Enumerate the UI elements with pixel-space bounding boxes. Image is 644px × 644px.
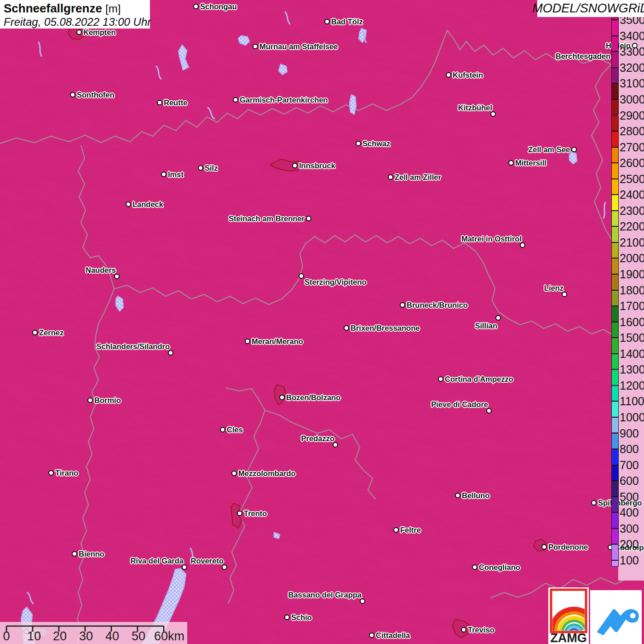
city-dot xyxy=(87,397,93,403)
city-dot xyxy=(70,92,75,98)
city-dot xyxy=(72,551,77,557)
colorbar-tick-label: 1900 xyxy=(620,268,644,281)
city-label: Garmisch-Partenkirchen xyxy=(240,95,328,104)
city-layer: SchongauBad TölzKemptenMurnau am Staffel… xyxy=(0,0,644,644)
city-dot xyxy=(284,615,290,620)
city-label: Cittadella xyxy=(376,631,410,640)
city-dot xyxy=(76,29,82,35)
scalebar-label: 20 xyxy=(53,629,67,644)
city-label: Sonthofen xyxy=(77,90,115,99)
colorbar-tick-label: 3400 xyxy=(620,29,644,42)
city-label: Sillian xyxy=(475,321,497,330)
colorbar-tick-label: 2600 xyxy=(620,156,644,169)
city-label: Brixen/Bressanone xyxy=(351,323,420,333)
city-label: Tirano xyxy=(55,468,78,477)
mountain-icon xyxy=(597,609,638,635)
colorbar-band-900 xyxy=(611,433,619,449)
city-label: Imst xyxy=(168,170,184,179)
colorbar-band-3500 xyxy=(611,20,619,36)
city-dot xyxy=(455,493,460,498)
colorbar-tick-label: 500 xyxy=(620,490,639,503)
city-label: Steinach am Brenner xyxy=(229,214,305,223)
city-label: Schwaz xyxy=(362,139,391,148)
colorbar-tick-label: 800 xyxy=(620,443,639,455)
scalebar-label: 10 xyxy=(27,629,41,644)
colorbar-band-2700 xyxy=(611,147,619,163)
city-dot xyxy=(292,163,298,168)
city-label: Bozen/Bolzano xyxy=(286,393,340,402)
city-label: Meran/Merano xyxy=(252,337,303,346)
city-dot xyxy=(369,632,374,638)
city-dot xyxy=(393,527,399,533)
city-label: Cortina d'Ampezzo xyxy=(445,374,513,384)
city-label: Lienz xyxy=(544,283,564,293)
colorbar-band-2500 xyxy=(611,179,619,195)
city-dot xyxy=(508,160,514,166)
colorbar-band-1100 xyxy=(611,401,619,417)
snowgrid-map-page: SchongauBad TölzKemptenMurnau am Staffel… xyxy=(0,0,644,644)
colorbar-band-2000 xyxy=(611,258,619,274)
page-title: Schneefallgrenze [m] xyxy=(4,1,146,16)
city-dot xyxy=(233,97,238,103)
city-dot xyxy=(495,315,501,321)
colorbar-tick-label: 3200 xyxy=(620,61,644,74)
colorbar-band-2600 xyxy=(611,163,619,179)
city-dot xyxy=(32,330,38,335)
city-label: Trento xyxy=(244,509,267,518)
colorbar-tick-label: 2700 xyxy=(620,141,644,154)
colorbar-band-100 xyxy=(611,560,619,567)
model-badge: MODEL/SNOWGRiD xyxy=(537,0,644,17)
title-unit: [m] xyxy=(105,2,121,15)
colorbar-tick-label: 3100 xyxy=(620,77,644,90)
colorbar-band-1200 xyxy=(611,385,619,402)
colorbar-band-1900 xyxy=(611,274,619,290)
city-dot xyxy=(344,325,349,331)
city-dot xyxy=(253,44,258,49)
colorbar-tick-label: 2200 xyxy=(620,220,644,233)
title-datetime: Freitag, 05.08.2022 13:00 Uhr xyxy=(4,16,146,29)
colorbar-tick-label: 400 xyxy=(620,506,639,519)
scalebar-label: 0 xyxy=(3,629,10,644)
city-dot xyxy=(245,339,250,344)
city-label: Predazzo xyxy=(301,434,334,443)
colorbar-tick-label: 2300 xyxy=(620,204,644,217)
city-label: Bruneck/Brunico xyxy=(407,300,468,310)
colorbar-band-800 xyxy=(611,449,619,465)
city-label: Pieve di Cadore xyxy=(431,400,488,409)
colorbar-band-2300 xyxy=(611,211,619,227)
colorbar-tick-label: 1300 xyxy=(620,363,644,376)
city-label: Murnau am Staffelsee xyxy=(259,42,338,51)
city-label: Bassano del Grappa xyxy=(288,590,362,599)
partner-logo xyxy=(590,590,642,644)
colorbar-band-2900 xyxy=(611,115,619,132)
city-dot xyxy=(438,376,443,382)
colorbar-tick-label: 2900 xyxy=(620,109,644,122)
city-dot xyxy=(231,471,237,476)
colorbar-band-2400 xyxy=(611,195,619,211)
title-parameter: Schneefallgrenze xyxy=(4,1,102,15)
city-dot xyxy=(591,500,597,506)
colorbar-tick-label: 1500 xyxy=(620,331,644,344)
colorbar-band-300 xyxy=(611,529,619,545)
colorbar-band-3400 xyxy=(611,36,619,52)
city-dot xyxy=(198,165,203,171)
colorbar-tick-label: 3300 xyxy=(620,45,644,58)
zamg-logo-text: ZAMG xyxy=(550,631,586,644)
city-label: Schio xyxy=(291,613,312,622)
colorbar-band-2200 xyxy=(611,226,619,242)
colorbar-band-400 xyxy=(611,512,619,529)
city-label: Cles xyxy=(227,425,243,434)
distance-scalebar: 0102030405060km xyxy=(0,622,187,644)
city-dot xyxy=(237,511,242,516)
city-dot xyxy=(356,141,361,146)
colorbar-tick-label: 100 xyxy=(620,554,639,567)
city-label: Kempten xyxy=(83,28,116,37)
city-dot xyxy=(461,627,466,632)
city-label: Matrei in Osttirol xyxy=(461,234,522,243)
scalebar-label: 60km xyxy=(154,629,184,644)
scalebar-label: 30 xyxy=(79,629,93,644)
colorbar-band-3200 xyxy=(611,68,619,84)
city-dot xyxy=(48,470,54,476)
city-label: Zell am Ziller xyxy=(395,172,441,182)
city-dot xyxy=(446,72,451,78)
